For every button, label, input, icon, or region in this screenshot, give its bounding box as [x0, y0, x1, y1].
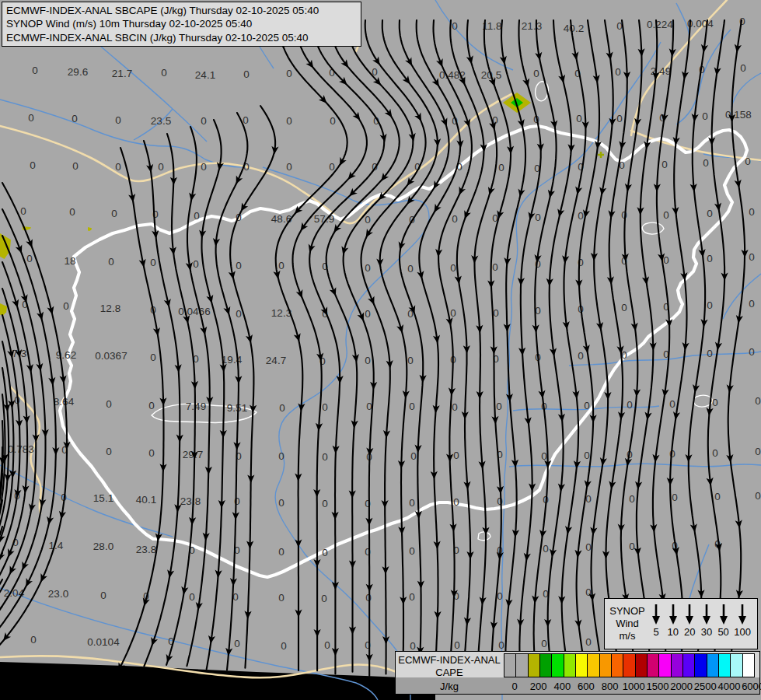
streamline-arrowhead	[16, 244, 25, 254]
map-value-label: 0	[286, 115, 292, 127]
cape-color-cell	[611, 653, 623, 677]
map-value-label: 0	[585, 636, 592, 648]
cape-color-cell	[504, 653, 516, 677]
map-value-label: 0	[236, 308, 242, 320]
map-value-label: 0	[578, 210, 584, 222]
wind-streamline	[670, 20, 690, 677]
map-value-label: 0	[703, 157, 709, 169]
map-value-label: 0	[193, 258, 199, 270]
cape-tick-label: 600	[578, 681, 595, 692]
streamline-arrowhead	[232, 175, 243, 185]
streamline-arrowhead	[337, 157, 347, 167]
map-value-label: 8.64	[54, 396, 75, 408]
map-value-label: 0	[365, 592, 372, 604]
cape-color-cell	[575, 653, 588, 677]
wind-speed-label: 20	[684, 626, 695, 638]
value-label-layer: 011.821.340.200.2240.0040029.621.7024.10…	[4, 16, 761, 652]
map-value-label: 0	[28, 112, 34, 124]
down-arrow-icon	[736, 603, 749, 625]
wind-streamline	[562, 20, 586, 676]
map-value-label: 0	[236, 260, 242, 271]
wind-arrow-item: 20	[683, 603, 696, 649]
streamline-layer	[0, 20, 745, 678]
map-value-label: 0	[278, 450, 285, 462]
map-value-label: 0	[72, 160, 79, 172]
wind-arrow-item: 10	[667, 603, 679, 649]
map-value-label: 0	[662, 159, 668, 170]
map-value-label: 0	[616, 113, 623, 124]
wind-streamline	[187, 127, 209, 666]
map-value-label: 29.6	[68, 66, 88, 78]
map-value-label: 0	[321, 593, 327, 604]
cape-color-cell	[694, 653, 707, 677]
cape-color-cell	[528, 653, 540, 677]
wind-speed-label: 50	[717, 626, 728, 638]
map-value-label: 0	[496, 401, 502, 412]
streamline-arrowhead	[296, 289, 305, 299]
map-value-label: 24.1	[195, 69, 215, 81]
cape-tick-label: 0	[511, 681, 517, 692]
map-value-label: 0	[498, 639, 504, 651]
streamline-arrowhead	[206, 295, 215, 304]
cape-tick-label: 2000	[670, 681, 693, 692]
map-value-label: 0	[148, 447, 155, 459]
wind-streamline	[0, 606, 2, 612]
map-value-label: 0.0466	[178, 306, 210, 317]
map-value-label: 0	[286, 68, 292, 79]
title-block: ECMWF-INDEX-ANAL SBCAPE (J/kg) Thursday …	[2, 2, 361, 47]
map-value-label: 2.49	[651, 65, 671, 77]
streamline-arrowhead	[37, 573, 47, 583]
wind-speed-label: 30	[701, 626, 712, 638]
map-value-label: 0	[535, 212, 541, 223]
cape-color-cell	[635, 653, 648, 677]
streamline-arrowhead	[441, 117, 450, 128]
map-value-label: 0	[278, 546, 285, 558]
wind-legend-line-param: Wind	[605, 618, 650, 630]
map-value-label: 0	[278, 497, 285, 509]
wind-arrow-item: 30	[700, 603, 713, 649]
cape-color-cell	[730, 653, 742, 677]
map-value-label: 0	[450, 262, 456, 274]
cape-tick-label: 6000	[742, 681, 761, 692]
map-value-label: 0	[111, 208, 117, 219]
country-border-secondary	[631, 131, 761, 160]
map-value-label: 0	[365, 355, 371, 366]
map-value-label: 0	[498, 162, 504, 173]
cape-color-cell	[647, 653, 659, 677]
streamline-arrowhead	[19, 562, 29, 572]
map-value-label: 0	[410, 640, 416, 652]
map-value-label: 0	[243, 68, 250, 80]
map-value-label: 24.7	[266, 355, 286, 366]
sbcin-contour	[642, 222, 664, 234]
map-value-label: 0	[158, 161, 164, 173]
wind-speed-label: 5	[653, 626, 658, 638]
streamline-arrowhead	[363, 229, 373, 240]
map-value-label: 0	[493, 307, 499, 319]
map-value-label: 0	[585, 541, 592, 553]
cape-tick-label: 800	[602, 681, 619, 692]
map-value-label: 0.783	[8, 443, 34, 455]
wind-streamline	[202, 120, 225, 669]
cape-tick-label: 4000	[717, 681, 740, 692]
cape-color-legend: ECMWF-INDEX-ANAL CAPE J/kg 0200400600800…	[395, 651, 760, 695]
map-value-label: 0	[453, 450, 459, 461]
map-value-label: 0	[32, 65, 38, 76]
map-value-label: 0	[615, 66, 621, 78]
streamline-arrowhead	[12, 299, 21, 310]
map-value-label: 0	[286, 161, 292, 173]
map-value-label: 0	[201, 161, 207, 173]
map-value-label: 0	[115, 114, 121, 126]
cape-color-cell	[587, 653, 599, 677]
map-value-label: 0	[278, 592, 285, 604]
cape-point-marker	[598, 152, 604, 158]
map-value-label: 0	[740, 62, 746, 74]
cape-tick-label: 2500	[694, 681, 717, 692]
map-value-label: 0	[234, 495, 240, 507]
streamline-arrowhead	[148, 637, 158, 647]
wind-streamline	[216, 113, 248, 670]
map-value-label: 0	[629, 493, 635, 505]
cape-patch	[0, 303, 7, 316]
map-value-label: 0	[755, 490, 761, 502]
cape-color-cell	[551, 653, 564, 677]
streamline-arrowhead	[368, 296, 378, 306]
